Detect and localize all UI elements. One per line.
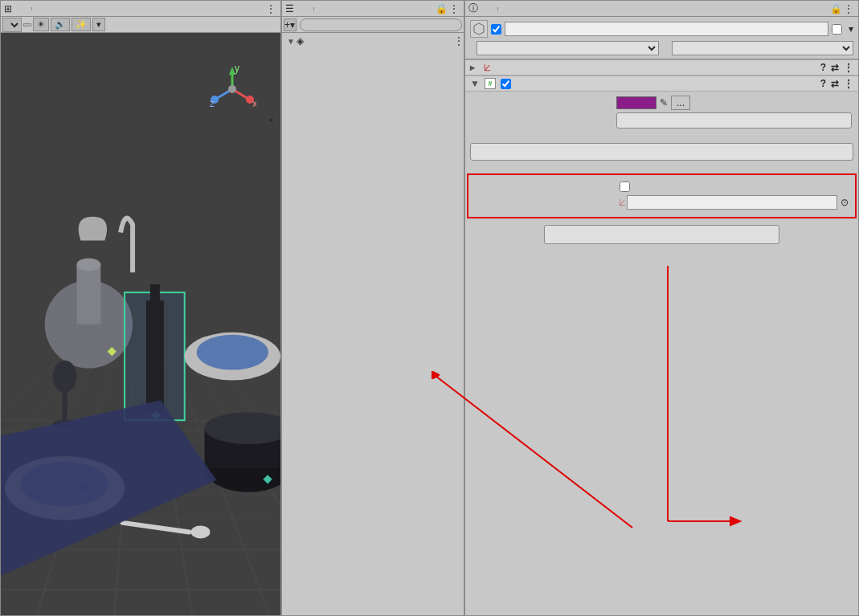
svg-rect-15 xyxy=(146,300,164,412)
preset-icon[interactable]: ⇄ xyxy=(831,62,839,73)
compare-button[interactable] xyxy=(616,112,852,129)
add-component-button[interactable] xyxy=(544,225,779,244)
svg-rect-27 xyxy=(120,520,191,535)
svg-rect-11 xyxy=(76,264,100,324)
inspector-panel-header: ⓘ 🔒 ⋮ xyxy=(465,1,858,17)
static-checkbox[interactable] xyxy=(832,24,842,35)
svg-point-12 xyxy=(76,258,100,271)
transform-field-icon: ⟀ xyxy=(620,197,625,208)
hierarchy-icon: ☰ xyxy=(285,3,294,14)
inspector-tab[interactable] xyxy=(481,7,498,10)
svg-point-24 xyxy=(53,361,77,393)
scene-toolbar: ☀ 🔊 ✨ ▾ xyxy=(1,17,280,33)
svg-marker-36 xyxy=(730,517,740,525)
svg-marker-33 xyxy=(1,400,216,576)
inspector-object-header: ▾ xyxy=(465,17,858,59)
scene-menu-icon[interactable]: ⋮ xyxy=(454,35,464,47)
hierarchy-search-input[interactable] xyxy=(300,18,462,31)
is-padding-checkbox[interactable] xyxy=(620,182,630,192)
gameobject-enabled-checkbox[interactable] xyxy=(491,24,501,35)
proxy-script-body: ✎ ... xyxy=(465,92,858,137)
mode-2d-button[interactable] xyxy=(23,23,31,27)
inspector-panel: ⓘ 🔒 ⋮ ▾ ▸ ⟀ ? ⇄ ⋮ ▼ # xyxy=(464,0,859,616)
layer-dropdown[interactable] xyxy=(672,41,854,55)
scene-tab[interactable] xyxy=(15,7,32,10)
add-force-button[interactable] xyxy=(470,143,853,161)
grid-icon: ⊞ xyxy=(4,3,12,14)
shading-dropdown[interactable] xyxy=(2,18,22,32)
forces-grid xyxy=(465,164,858,173)
fx-button[interactable]: ✨ xyxy=(72,18,91,31)
proxy-enabled-checkbox[interactable] xyxy=(501,79,511,89)
hierarchy-panel-header: ☰ 🔒 ⋮ xyxy=(282,1,464,17)
gameobject-name-input[interactable] xyxy=(505,22,828,36)
scene-panel-header: ⊞ ⋮ xyxy=(1,1,280,17)
unity-icon: ◈ xyxy=(297,35,304,47)
hierarchy-toolbar: +▾ xyxy=(282,17,464,33)
svg-point-18 xyxy=(197,335,268,370)
color-swatch[interactable] xyxy=(616,96,657,109)
scene-viewport[interactable]: xyz ◂ xyxy=(1,33,280,615)
lighting-button[interactable]: ☀ xyxy=(33,18,49,31)
static-dropdown-icon[interactable]: ▾ xyxy=(849,23,853,35)
panel-menu-icon[interactable]: ⋮ xyxy=(264,2,277,15)
menu-icon[interactable]: ⋮ xyxy=(844,78,853,89)
proxy-script-header[interactable]: ▼ # ? ⇄ ⋮ xyxy=(465,75,858,92)
inspector-icon: ⓘ xyxy=(468,2,478,15)
panel-menu-icon[interactable]: ⋮ xyxy=(842,2,855,15)
transform-icon: ⟀ xyxy=(485,62,490,73)
help-icon[interactable]: ? xyxy=(820,78,826,89)
help-icon[interactable]: ? xyxy=(820,62,826,73)
script-icon: # xyxy=(485,78,496,89)
proxy-region-occupancy-body: ⟀ ⊙ xyxy=(467,173,857,218)
preset-icon[interactable]: ⇄ xyxy=(831,78,839,89)
audio-button[interactable]: 🔊 xyxy=(51,18,70,31)
gizmos-button[interactable]: ▾ xyxy=(92,18,105,31)
svg-rect-25 xyxy=(63,388,67,420)
create-button[interactable]: +▾ xyxy=(284,18,297,31)
scene-panel: ⊞ ⋮ ☀ 🔊 ✨ ▾ xyz ◂ xyxy=(0,0,281,616)
lock-icon[interactable]: 🔒 xyxy=(829,2,842,15)
hierarchy-scene-root[interactable]: ▼ ◈ ⋮ xyxy=(282,35,464,47)
color-extra-button[interactable]: ... xyxy=(671,96,690,110)
hierarchy-tree[interactable]: ▼ ◈ ⋮ xyxy=(282,33,464,615)
hierarchy-panel: ☰ 🔒 ⋮ +▾ ▼ ◈ ⋮ xyxy=(281,0,464,616)
svg-rect-16 xyxy=(150,284,160,304)
panel-menu-icon[interactable]: ⋮ xyxy=(448,2,460,15)
gameobject-icon xyxy=(470,20,488,38)
menu-icon[interactable]: ⋮ xyxy=(844,62,853,73)
region-transform-field[interactable] xyxy=(627,195,837,210)
tag-dropdown[interactable] xyxy=(477,41,659,55)
eyedropper-icon[interactable]: ✎ xyxy=(660,97,668,108)
svg-point-28 xyxy=(191,525,211,538)
hierarchy-tab[interactable] xyxy=(297,7,314,10)
transform-component-header[interactable]: ▸ ⟀ ? ⇄ ⋮ xyxy=(465,59,858,75)
lock-icon[interactable]: 🔒 xyxy=(435,2,448,15)
arrow-1 xyxy=(666,264,859,537)
object-picker-icon[interactable]: ⊙ xyxy=(841,197,849,208)
